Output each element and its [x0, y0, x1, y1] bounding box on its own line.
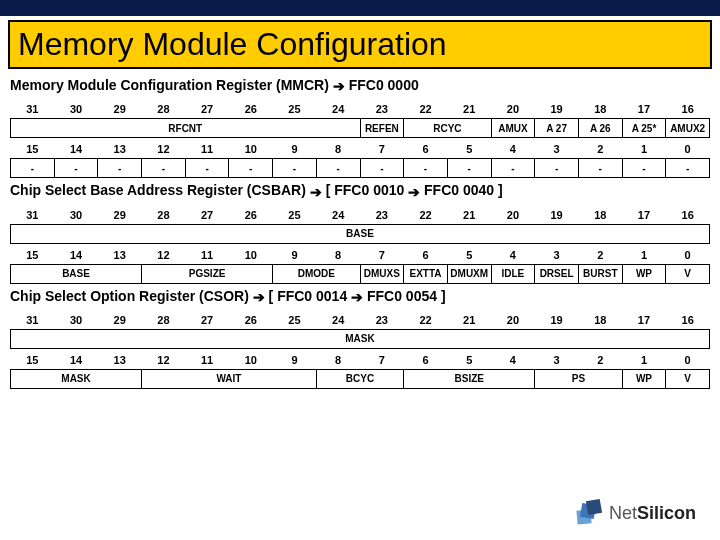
bit-number: 29	[98, 309, 142, 330]
field-label: -	[622, 159, 666, 178]
field-label: -	[404, 159, 448, 178]
bit-number: 18	[578, 204, 622, 225]
bit-number: 21	[447, 309, 491, 330]
bit-number: 25	[273, 309, 317, 330]
arrow-right-icon: ➔	[333, 78, 345, 94]
field-label: PS	[535, 369, 622, 388]
bit-number: 22	[404, 204, 448, 225]
bit-number: 10	[229, 138, 273, 159]
csor-heading-post: FFC0 0054 ]	[367, 288, 446, 304]
bit-number: 9	[273, 138, 317, 159]
bit-number: 31	[11, 204, 55, 225]
bit-number: 20	[491, 204, 535, 225]
bit-number: 4	[491, 138, 535, 159]
bit-number: 8	[316, 243, 360, 264]
field-label: WP	[622, 369, 666, 388]
csor-heading-pre: Chip Select Option Register (CSOR)	[10, 288, 253, 304]
field-label: -	[491, 159, 535, 178]
bit-number: 13	[98, 243, 142, 264]
bit-number: 17	[622, 309, 666, 330]
bit-number: 7	[360, 348, 404, 369]
field-label: -	[535, 159, 579, 178]
bit-number: 22	[404, 98, 448, 119]
bit-number: 0	[666, 243, 710, 264]
bit-number: 19	[535, 204, 579, 225]
bit-number: 6	[404, 243, 448, 264]
bit-number: 27	[185, 98, 229, 119]
arrow-right-icon: ➔	[408, 184, 420, 200]
field-label: -	[98, 159, 142, 178]
bit-number: 16	[666, 98, 710, 119]
bit-number: 17	[622, 98, 666, 119]
field-label: DRSEL	[535, 264, 579, 283]
bit-number: 13	[98, 348, 142, 369]
field-label: WP	[622, 264, 666, 283]
csor-table: 31302928272625242322212019181716 MASK 15…	[10, 309, 710, 389]
bit-number: 25	[273, 204, 317, 225]
bit-number: 9	[273, 348, 317, 369]
csbar-table: 31302928272625242322212019181716 BASE 15…	[10, 204, 710, 284]
field-label: AMUX2	[666, 119, 710, 138]
bit-number: 23	[360, 204, 404, 225]
csor-heading: Chip Select Option Register (CSOR) ➔ [ F…	[10, 288, 710, 305]
bit-number: 25	[273, 98, 317, 119]
bit-number: 19	[535, 98, 579, 119]
bit-number: 12	[142, 138, 186, 159]
bit-number: 27	[185, 204, 229, 225]
logo-text: NetSilicon	[609, 503, 696, 524]
field-label: -	[666, 159, 710, 178]
bit-number: 24	[316, 98, 360, 119]
field-label: BSIZE	[404, 369, 535, 388]
bit-number: 13	[98, 138, 142, 159]
bit-number: 28	[142, 204, 186, 225]
bit-number: 24	[316, 309, 360, 330]
bit-number: 23	[360, 98, 404, 119]
arrow-right-icon: ➔	[310, 184, 322, 200]
field-label: -	[54, 159, 98, 178]
field-label: -	[578, 159, 622, 178]
field-label: A 25*	[622, 119, 666, 138]
bit-number: 12	[142, 243, 186, 264]
bit-number: 6	[404, 348, 448, 369]
bit-number: 16	[666, 309, 710, 330]
bit-number: 2	[578, 348, 622, 369]
bit-number: 26	[229, 98, 273, 119]
bit-number: 1	[622, 243, 666, 264]
bit-number: 0	[666, 348, 710, 369]
field-label: BASE	[11, 224, 710, 243]
bit-number: 11	[185, 348, 229, 369]
bit-number: 12	[142, 348, 186, 369]
bit-number: 27	[185, 309, 229, 330]
bit-number: 17	[622, 204, 666, 225]
bit-number: 29	[98, 204, 142, 225]
field-label: RCYC	[404, 119, 491, 138]
arrow-right-icon: ➔	[351, 289, 363, 305]
field-label: MASK	[11, 369, 142, 388]
csor-heading-mid: [ FFC0 0014	[269, 288, 351, 304]
bit-number: 2	[578, 243, 622, 264]
bit-number: 8	[316, 138, 360, 159]
bit-number: 20	[491, 309, 535, 330]
bit-number: 11	[185, 243, 229, 264]
bit-number: 14	[54, 243, 98, 264]
field-label: -	[185, 159, 229, 178]
bit-number: 23	[360, 309, 404, 330]
bit-number: 6	[404, 138, 448, 159]
bit-number: 24	[316, 204, 360, 225]
bit-number: 28	[142, 98, 186, 119]
field-label: MASK	[11, 329, 710, 348]
bit-number: 5	[447, 138, 491, 159]
field-label: DMUXS	[360, 264, 404, 283]
bit-number: 21	[447, 204, 491, 225]
logo: NetSilicon	[575, 498, 696, 528]
field-label: -	[447, 159, 491, 178]
bit-number: 30	[54, 204, 98, 225]
csbar-heading-mid: [ FFC0 0010	[326, 182, 408, 198]
csbar-heading-pre: Chip Select Base Address Register (CSBAR…	[10, 182, 310, 198]
bit-number: 3	[535, 348, 579, 369]
field-label: AMUX	[491, 119, 535, 138]
field-label: -	[360, 159, 404, 178]
bit-number: 10	[229, 348, 273, 369]
field-label: IDLE	[491, 264, 535, 283]
field-label: A 27	[535, 119, 579, 138]
